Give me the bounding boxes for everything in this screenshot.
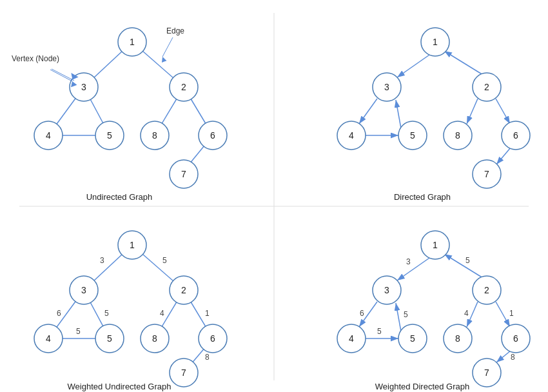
w-ug-weight-1-3: 3 (100, 256, 104, 265)
svg-line-16 (397, 54, 431, 77)
node-5-label: 5 (107, 130, 112, 141)
node-7-label: 7 (181, 169, 186, 179)
wu-node-6-label: 6 (210, 333, 215, 344)
wd-node-1-label: 1 (433, 240, 438, 250)
wd-weight-1-3: 3 (406, 257, 411, 266)
wd-weight-4-5: 5 (377, 327, 382, 336)
vertex-annotation: Vertex (Node) (12, 54, 59, 63)
w-ug-weight-3-5: 5 (104, 309, 109, 318)
wd-weight-3-4: 6 (360, 309, 364, 318)
svg-line-39 (496, 351, 511, 362)
wd-node-4-label: 4 (349, 333, 354, 344)
dir-node-6-label: 6 (513, 130, 518, 141)
dir-node-1-label: 1 (433, 37, 438, 47)
dir-node-4-label: 4 (349, 130, 354, 141)
svg-line-35 (396, 303, 401, 331)
wd-node-3-label: 3 (384, 285, 389, 295)
directed-title: Directed Graph (394, 192, 451, 202)
svg-line-32 (397, 257, 431, 280)
wd-node-8-label: 8 (455, 333, 460, 344)
node-4-label: 4 (46, 130, 51, 141)
undirected-title: Undirected Graph (86, 192, 153, 202)
w-ug-weight-1-2: 5 (162, 256, 167, 265)
svg-line-8 (52, 69, 74, 81)
edge-annotation: Edge (166, 26, 184, 35)
dir-node-5-label: 5 (410, 130, 415, 141)
svg-line-38 (496, 302, 510, 327)
dir-node-3-label: 3 (384, 82, 389, 92)
svg-line-17 (444, 51, 483, 75)
wd-weight-2-1: 5 (465, 256, 470, 265)
svg-line-22 (496, 99, 510, 124)
main-container: 1 3 2 4 5 8 6 7 Vertex (Node) Edge Undir… (0, 0, 548, 392)
wd-weight-2-8: 4 (464, 309, 469, 318)
weighted-undirected-title: Weighted Undirected Graph (68, 382, 171, 391)
wu-node-8-label: 8 (152, 333, 157, 344)
wd-node-7-label: 7 (484, 368, 489, 378)
wd-node-5-label: 5 (410, 333, 415, 344)
wd-node-6-label: 6 (513, 333, 518, 344)
w-ug-weight-2-8: 4 (160, 309, 164, 318)
wd-weight-5-3: 5 (404, 310, 408, 319)
wu-node-5-label: 5 (107, 333, 112, 344)
wu-node-2-label: 2 (181, 285, 186, 295)
wu-node-1-label: 1 (130, 240, 135, 250)
wu-node-3-label: 3 (81, 285, 86, 295)
svg-line-23 (496, 148, 511, 164)
node-6-label: 6 (210, 130, 215, 141)
wd-weight-2-6: 1 (509, 309, 514, 318)
svg-line-12 (162, 37, 173, 57)
node-8-label: 8 (152, 130, 157, 141)
w-ug-weight-3-4: 6 (57, 309, 61, 318)
wu-node-7-label: 7 (181, 368, 186, 378)
node-1-label: 1 (130, 37, 135, 47)
svg-line-10 (50, 70, 72, 81)
w-ug-weight-4-5: 5 (76, 327, 81, 336)
svg-line-21 (467, 99, 478, 124)
wd-weight-6-7: 8 (511, 353, 515, 362)
w-ug-weight-6-7: 8 (205, 353, 210, 362)
wd-node-2-label: 2 (484, 285, 489, 295)
dir-node-8-label: 8 (455, 130, 460, 141)
dir-node-2-label: 2 (484, 82, 489, 92)
svg-line-33 (444, 254, 483, 278)
node-2-label: 2 (181, 82, 186, 92)
node-3-label: 3 (81, 82, 86, 92)
weighted-directed-title: Weighted Directed Graph (375, 382, 469, 391)
wu-node-4-label: 4 (46, 333, 51, 344)
svg-line-18 (359, 99, 377, 124)
dir-node-7-label: 7 (484, 169, 489, 179)
w-ug-weight-2-6: 1 (205, 309, 210, 318)
graph-canvas: 1 3 2 4 5 8 6 7 Vertex (Node) Edge Undir… (0, 0, 548, 392)
svg-line-19 (396, 100, 401, 128)
svg-marker-13 (160, 56, 166, 63)
